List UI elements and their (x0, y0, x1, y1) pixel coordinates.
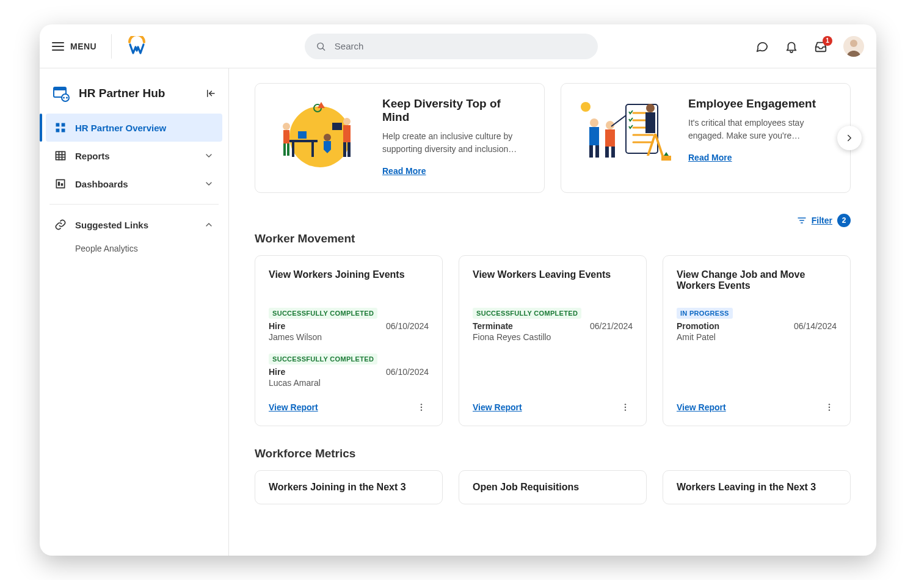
svg-rect-11 (56, 123, 60, 127)
event-date: 06/21/2024 (590, 321, 633, 331)
svg-line-1 (322, 48, 324, 49)
card-menu-button[interactable] (822, 400, 837, 415)
menu-label: MENU (70, 42, 96, 51)
status-chip: SUCCESSFULLY COMPLETED (269, 308, 377, 319)
card-change-job-events: View Change Job and Move Workers Events … (663, 255, 851, 426)
sidebar-item-label: Dashboards (75, 179, 195, 189)
svg-line-53 (611, 115, 626, 126)
card-title: View Workers Leaving Events (473, 269, 633, 294)
svg-point-6 (62, 94, 69, 101)
illustration-engagement (577, 97, 675, 170)
svg-point-8 (66, 97, 68, 99)
chat-icon (755, 40, 769, 53)
event-date: 06/10/2024 (386, 367, 429, 377)
metrics-card-joining-next: Workers Joining in the Next 3 (255, 470, 443, 504)
sidebar-suggested-links[interactable]: Suggested Links (46, 211, 222, 239)
notifications-button[interactable] (785, 40, 798, 53)
event-date: 06/10/2024 (386, 321, 429, 331)
story-body: Keep Diversity Top of Mind Help create a… (382, 97, 528, 176)
sidebar-item-label: Suggested Links (75, 220, 195, 230)
worker-movement-grid: View Workers Joining Events SUCCESSFULLY… (255, 255, 851, 426)
card-title: Workers Joining in the Next 3 (269, 482, 429, 493)
app-frame: MENU 1 (40, 24, 876, 556)
app-body: HR Partner Hub HR Partner Overview Repor… (40, 68, 876, 556)
event-name: Amit Patel (677, 332, 837, 342)
kebab-icon (620, 402, 630, 412)
event: SUCCESSFULLY COMPLETED Hire06/10/2024 Lu… (269, 353, 429, 388)
filter-count: 2 (837, 214, 851, 227)
card-title: View Workers Joining Events (269, 269, 429, 294)
metrics-card-open-reqs: Open Job Requisitions (459, 470, 647, 504)
sidebar-collapse-button[interactable] (205, 88, 216, 99)
svg-rect-29 (283, 130, 289, 143)
filter-icon (797, 216, 807, 225)
sidebar-divider (49, 204, 219, 205)
search-box[interactable] (305, 34, 598, 59)
header-divider (111, 34, 112, 59)
chevron-down-icon (204, 151, 214, 161)
story-desc: It's critical that employees stay engage… (688, 117, 834, 142)
story-desc: Help create an inclusive culture by supp… (382, 130, 528, 156)
story-read-more[interactable]: Read More (382, 166, 426, 176)
view-report-link[interactable]: View Report (677, 402, 726, 412)
svg-rect-50 (605, 129, 615, 147)
sidebar-link-people-analytics[interactable]: People Analytics (46, 239, 222, 258)
header-actions: 1 (755, 36, 864, 57)
section-title-worker-movement: Worker Movement (255, 232, 851, 245)
view-report-link[interactable]: View Report (473, 402, 522, 412)
search-icon (316, 41, 326, 52)
event-type: Hire (269, 321, 285, 331)
svg-point-45 (590, 118, 598, 127)
kebab-icon (416, 402, 426, 412)
svg-rect-13 (56, 129, 60, 132)
event-type: Promotion (677, 321, 719, 331)
inbox-badge: 1 (823, 36, 832, 46)
search-container (158, 34, 744, 59)
svg-rect-52 (611, 147, 615, 158)
sidebar-item-dashboards[interactable]: Dashboards (46, 170, 222, 198)
card-menu-button[interactable] (618, 400, 633, 415)
event-type: Hire (269, 367, 285, 377)
illustration-diversity (271, 97, 369, 170)
svg-rect-20 (56, 180, 64, 187)
card-joining-events: View Workers Joining Events SUCCESSFULLY… (255, 255, 443, 426)
avatar[interactable] (843, 36, 864, 57)
card-leaving-events: View Workers Leaving Events SUCCESSFULLY… (459, 255, 647, 426)
menu-button[interactable]: MENU (52, 42, 96, 51)
svg-point-68 (829, 407, 830, 408)
svg-rect-5 (54, 87, 66, 90)
inbox-button[interactable]: 1 (814, 40, 827, 53)
svg-point-54 (646, 104, 655, 112)
sidebar-item-reports[interactable]: Reports (46, 142, 222, 170)
chat-button[interactable] (755, 40, 769, 53)
card-menu-button[interactable] (414, 400, 429, 415)
hamburger-icon (52, 42, 64, 51)
event: SUCCESSFULLY COMPLETED Terminate06/21/20… (473, 307, 633, 342)
svg-point-63 (421, 409, 422, 410)
metrics-card-leaving-next: Workers Leaving in the Next 3 (663, 470, 851, 504)
workday-logo[interactable] (126, 36, 147, 57)
card-title: Workers Leaving in the Next 3 (677, 482, 837, 493)
sidebar: HR Partner Hub HR Partner Overview Repor… (40, 68, 229, 556)
svg-rect-56 (661, 156, 671, 161)
sidebar-item-hr-overview[interactable]: HR Partner Overview (46, 114, 222, 142)
link-icon (54, 219, 67, 231)
status-chip: SUCCESSFULLY COMPLETED (269, 354, 377, 365)
bell-icon (785, 40, 798, 53)
story-card-engagement: Employee Engagement It's critical that e… (561, 83, 851, 193)
carousel-next-button[interactable] (837, 126, 862, 150)
status-chip: IN PROGRESS (677, 308, 733, 319)
story-title: Keep Diversity Top of Mind (382, 97, 528, 124)
svg-rect-55 (645, 112, 655, 133)
svg-rect-25 (292, 142, 294, 157)
svg-rect-24 (288, 140, 318, 142)
app-header: MENU 1 (40, 24, 876, 68)
search-input[interactable] (335, 41, 587, 51)
card-title: View Change Job and Move Workers Events (677, 269, 837, 294)
view-report-link[interactable]: View Report (269, 402, 318, 412)
svg-point-7 (63, 97, 65, 99)
main-content[interactable]: Keep Diversity Top of Mind Help create a… (229, 68, 876, 556)
workforce-metrics-grid: Workers Joining in the Next 3 Open Job R… (255, 470, 851, 504)
filter-link[interactable]: Filter (812, 216, 832, 225)
story-read-more[interactable]: Read More (688, 153, 732, 162)
